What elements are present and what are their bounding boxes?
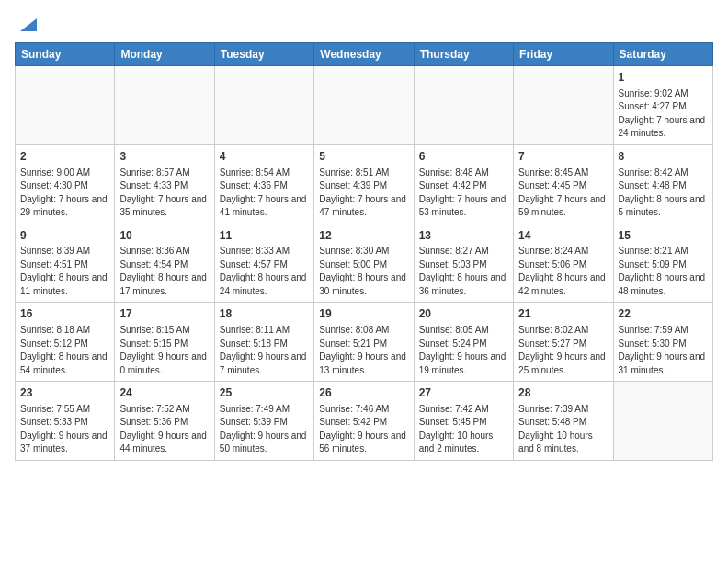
day-number: 4 bbox=[220, 149, 309, 165]
day-info: Sunrise: 8:51 AM Sunset: 4:39 PM Dayligh… bbox=[319, 167, 408, 220]
calendar-cell: 16Sunrise: 8:18 AM Sunset: 5:12 PM Dayli… bbox=[16, 303, 115, 382]
day-info: Sunrise: 8:11 AM Sunset: 5:18 PM Dayligh… bbox=[220, 324, 309, 377]
day-number: 3 bbox=[119, 149, 209, 165]
calendar-cell bbox=[16, 66, 115, 145]
day-number: 15 bbox=[619, 228, 708, 244]
day-info: Sunrise: 8:21 AM Sunset: 5:09 PM Dayligh… bbox=[619, 245, 708, 298]
calendar-table: SundayMondayTuesdayWednesdayThursdayFrid… bbox=[15, 42, 713, 461]
day-number: 21 bbox=[518, 306, 608, 322]
calendar-week-row: 2Sunrise: 9:00 AM Sunset: 4:30 PM Daylig… bbox=[16, 144, 713, 224]
day-number: 1 bbox=[619, 70, 708, 86]
day-number: 24 bbox=[119, 385, 209, 401]
day-info: Sunrise: 7:59 AM Sunset: 5:30 PM Dayligh… bbox=[619, 324, 708, 377]
day-info: Sunrise: 8:45 AM Sunset: 4:45 PM Dayligh… bbox=[518, 167, 608, 220]
calendar-cell: 1Sunrise: 9:02 AM Sunset: 4:27 PM Daylig… bbox=[613, 66, 712, 145]
calendar-cell: 12Sunrise: 8:30 AM Sunset: 5:00 PM Dayli… bbox=[314, 224, 414, 303]
day-number: 2 bbox=[20, 149, 109, 165]
day-number: 18 bbox=[220, 306, 309, 322]
calendar-cell: 21Sunrise: 8:02 AM Sunset: 5:27 PM Dayli… bbox=[514, 303, 613, 382]
weekday-header-monday: Monday bbox=[115, 43, 214, 66]
calendar-cell: 23Sunrise: 7:55 AM Sunset: 5:33 PM Dayli… bbox=[16, 382, 115, 461]
calendar-cell bbox=[314, 66, 414, 145]
day-number: 23 bbox=[20, 385, 109, 401]
day-info: Sunrise: 8:24 AM Sunset: 5:06 PM Dayligh… bbox=[518, 245, 608, 298]
calendar-cell: 4Sunrise: 8:54 AM Sunset: 4:36 PM Daylig… bbox=[214, 144, 313, 224]
day-number: 16 bbox=[20, 306, 109, 322]
day-info: Sunrise: 8:39 AM Sunset: 4:51 PM Dayligh… bbox=[20, 245, 109, 298]
day-info: Sunrise: 7:42 AM Sunset: 5:45 PM Dayligh… bbox=[419, 403, 508, 456]
calendar-cell: 24Sunrise: 7:52 AM Sunset: 5:36 PM Dayli… bbox=[115, 382, 214, 461]
calendar-cell: 28Sunrise: 7:39 AM Sunset: 5:48 PM Dayli… bbox=[514, 382, 613, 461]
calendar-cell bbox=[514, 66, 613, 145]
weekday-header-friday: Friday bbox=[514, 43, 613, 66]
day-info: Sunrise: 7:55 AM Sunset: 5:33 PM Dayligh… bbox=[20, 403, 109, 456]
calendar-cell bbox=[414, 66, 513, 145]
day-info: Sunrise: 8:05 AM Sunset: 5:24 PM Dayligh… bbox=[419, 324, 508, 377]
calendar-body: 1Sunrise: 9:02 AM Sunset: 4:27 PM Daylig… bbox=[16, 66, 713, 461]
day-info: Sunrise: 9:02 AM Sunset: 4:27 PM Dayligh… bbox=[619, 87, 708, 141]
logo bbox=[15, 15, 37, 35]
calendar-cell bbox=[115, 66, 214, 145]
day-number: 17 bbox=[119, 306, 209, 322]
day-info: Sunrise: 8:08 AM Sunset: 5:21 PM Dayligh… bbox=[319, 324, 408, 377]
calendar-week-row: 16Sunrise: 8:18 AM Sunset: 5:12 PM Dayli… bbox=[16, 303, 713, 382]
calendar-header: SundayMondayTuesdayWednesdayThursdayFrid… bbox=[16, 43, 713, 66]
day-info: Sunrise: 8:30 AM Sunset: 5:00 PM Dayligh… bbox=[319, 245, 408, 298]
weekday-header-thursday: Thursday bbox=[414, 43, 513, 66]
day-info: Sunrise: 7:49 AM Sunset: 5:39 PM Dayligh… bbox=[220, 403, 309, 456]
day-number: 14 bbox=[518, 228, 608, 244]
weekday-header-tuesday: Tuesday bbox=[214, 43, 313, 66]
svg-marker-0 bbox=[20, 18, 37, 31]
calendar-cell: 2Sunrise: 9:00 AM Sunset: 4:30 PM Daylig… bbox=[16, 144, 115, 224]
day-number: 8 bbox=[619, 149, 708, 165]
weekday-header-wednesday: Wednesday bbox=[314, 43, 414, 66]
day-info: Sunrise: 7:39 AM Sunset: 5:48 PM Dayligh… bbox=[518, 403, 608, 456]
day-info: Sunrise: 8:33 AM Sunset: 4:57 PM Dayligh… bbox=[220, 245, 309, 298]
day-number: 20 bbox=[419, 306, 508, 322]
day-info: Sunrise: 8:54 AM Sunset: 4:36 PM Dayligh… bbox=[220, 167, 309, 220]
calendar-cell: 8Sunrise: 8:42 AM Sunset: 4:48 PM Daylig… bbox=[613, 144, 712, 224]
calendar-cell: 22Sunrise: 7:59 AM Sunset: 5:30 PM Dayli… bbox=[613, 303, 712, 382]
day-info: Sunrise: 8:48 AM Sunset: 4:42 PM Dayligh… bbox=[419, 167, 508, 220]
day-number: 10 bbox=[119, 228, 209, 244]
day-info: Sunrise: 8:18 AM Sunset: 5:12 PM Dayligh… bbox=[20, 324, 109, 377]
calendar-cell bbox=[214, 66, 313, 145]
calendar-cell: 25Sunrise: 7:49 AM Sunset: 5:39 PM Dayli… bbox=[214, 382, 313, 461]
calendar-cell: 10Sunrise: 8:36 AM Sunset: 4:54 PM Dayli… bbox=[115, 224, 214, 303]
logo-icon bbox=[17, 15, 37, 35]
day-number: 5 bbox=[319, 149, 408, 165]
calendar-cell: 14Sunrise: 8:24 AM Sunset: 5:06 PM Dayli… bbox=[514, 224, 613, 303]
calendar-cell bbox=[613, 382, 712, 461]
calendar-cell: 7Sunrise: 8:45 AM Sunset: 4:45 PM Daylig… bbox=[514, 144, 613, 224]
calendar-week-row: 1Sunrise: 9:02 AM Sunset: 4:27 PM Daylig… bbox=[16, 66, 713, 145]
calendar-week-row: 23Sunrise: 7:55 AM Sunset: 5:33 PM Dayli… bbox=[16, 382, 713, 461]
day-number: 12 bbox=[319, 228, 408, 244]
calendar-cell: 6Sunrise: 8:48 AM Sunset: 4:42 PM Daylig… bbox=[414, 144, 513, 224]
day-number: 19 bbox=[319, 306, 408, 322]
day-info: Sunrise: 8:42 AM Sunset: 4:48 PM Dayligh… bbox=[619, 167, 708, 220]
day-number: 13 bbox=[419, 228, 508, 244]
day-number: 27 bbox=[419, 385, 508, 401]
calendar-cell: 15Sunrise: 8:21 AM Sunset: 5:09 PM Dayli… bbox=[613, 224, 712, 303]
day-number: 22 bbox=[619, 306, 708, 322]
calendar-cell: 17Sunrise: 8:15 AM Sunset: 5:15 PM Dayli… bbox=[115, 303, 214, 382]
calendar-cell: 9Sunrise: 8:39 AM Sunset: 4:51 PM Daylig… bbox=[16, 224, 115, 303]
calendar-cell: 13Sunrise: 8:27 AM Sunset: 5:03 PM Dayli… bbox=[414, 224, 513, 303]
weekday-header-sunday: Sunday bbox=[16, 43, 115, 66]
day-info: Sunrise: 8:36 AM Sunset: 4:54 PM Dayligh… bbox=[119, 245, 209, 298]
calendar-cell: 26Sunrise: 7:46 AM Sunset: 5:42 PM Dayli… bbox=[314, 382, 414, 461]
day-number: 26 bbox=[319, 385, 408, 401]
day-number: 6 bbox=[419, 149, 508, 165]
weekday-header-row: SundayMondayTuesdayWednesdayThursdayFrid… bbox=[16, 43, 713, 66]
calendar-cell: 27Sunrise: 7:42 AM Sunset: 5:45 PM Dayli… bbox=[414, 382, 513, 461]
day-number: 7 bbox=[518, 149, 608, 165]
calendar-cell: 20Sunrise: 8:05 AM Sunset: 5:24 PM Dayli… bbox=[414, 303, 513, 382]
calendar-cell: 18Sunrise: 8:11 AM Sunset: 5:18 PM Dayli… bbox=[214, 303, 313, 382]
day-info: Sunrise: 8:15 AM Sunset: 5:15 PM Dayligh… bbox=[119, 324, 209, 377]
day-number: 28 bbox=[518, 385, 608, 401]
day-info: Sunrise: 8:02 AM Sunset: 5:27 PM Dayligh… bbox=[518, 324, 608, 377]
day-info: Sunrise: 8:57 AM Sunset: 4:33 PM Dayligh… bbox=[119, 167, 209, 220]
weekday-header-saturday: Saturday bbox=[613, 43, 712, 66]
day-number: 11 bbox=[220, 228, 309, 244]
day-info: Sunrise: 8:27 AM Sunset: 5:03 PM Dayligh… bbox=[419, 245, 508, 298]
